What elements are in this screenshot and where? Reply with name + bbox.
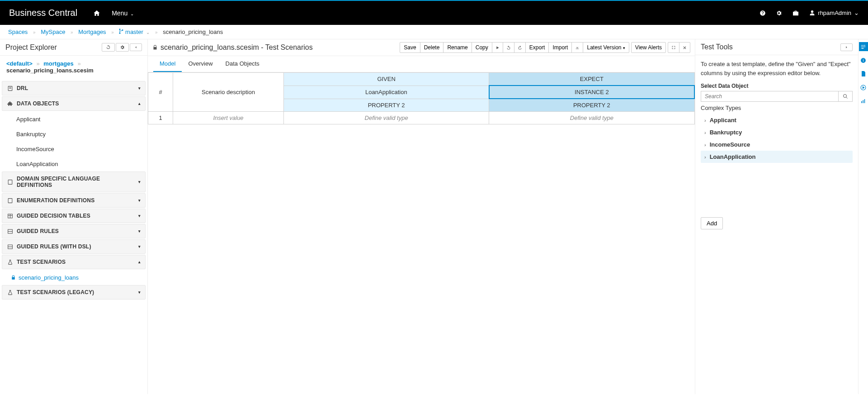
add-button[interactable]: Add	[701, 217, 723, 229]
redo-button[interactable]	[514, 42, 526, 53]
select-data-object-label: Select Data Object	[701, 83, 853, 89]
chevron-right-icon: ›	[704, 142, 706, 148]
explorer-cat-gr[interactable]: GUIDED RULES▾	[2, 224, 146, 238]
type-item[interactable]: ›Bankruptcy	[701, 126, 853, 138]
test-tools-desc: To create a test template, define the "G…	[701, 60, 853, 77]
help-icon[interactable]	[760, 10, 766, 16]
collapse-left-button[interactable]	[130, 43, 142, 51]
search-input[interactable]	[701, 91, 839, 102]
grid-header-expect[interactable]: EXPECT	[489, 73, 694, 86]
breadcrumb-link[interactable]: Spaces	[8, 29, 28, 35]
breadcrumb: Spaces » MySpace » Mortgages » master ⌄ …	[0, 25, 868, 39]
view-alerts-button[interactable]: View Alerts	[631, 42, 666, 53]
refresh-button[interactable]	[102, 43, 115, 52]
close-button[interactable]	[679, 42, 690, 53]
search-button[interactable]	[839, 91, 853, 102]
briefcase-icon[interactable]	[792, 10, 799, 17]
svg-rect-7	[8, 198, 12, 203]
expand-button[interactable]	[668, 42, 679, 53]
breadcrumb-current: scenario_pricing_loans	[163, 29, 223, 35]
puzzle-icon	[7, 100, 13, 107]
grid-instance-expect[interactable]: INSTANCE 2	[489, 86, 694, 99]
grid-header-given[interactable]: GIVEN	[284, 73, 489, 86]
explorer-cat-gdt[interactable]: GUIDED DECISION TABLES▾	[2, 209, 146, 223]
editor-toolbar: Save Delete Rename Copy Export Import La…	[400, 42, 690, 53]
caret-down-icon: ▾	[138, 214, 141, 218]
flask-icon	[7, 289, 13, 295]
download-button[interactable]	[571, 42, 583, 53]
svg-rect-23	[861, 101, 862, 103]
svg-point-1	[119, 33, 121, 34]
grid-instance-given[interactable]: LoanApplication	[284, 86, 489, 99]
undo-button[interactable]	[503, 42, 514, 53]
row-number: 1	[148, 112, 173, 124]
rail-settings-icon[interactable]	[859, 42, 868, 51]
grid-property-expect[interactable]: PROPERTY 2	[489, 99, 694, 112]
data-object-item[interactable]: Bankruptcy	[2, 127, 146, 142]
explorer-cat-drl[interactable]: DRL▾	[2, 81, 146, 95]
rail-file-icon[interactable]	[859, 69, 868, 78]
run-button[interactable]	[492, 42, 503, 53]
type-item[interactable]: ›LoanApplication	[701, 151, 853, 163]
svg-line-16	[846, 97, 848, 99]
collapse-right-button[interactable]	[840, 43, 853, 51]
data-object-item[interactable]: IncomeSource	[2, 142, 146, 157]
editor-tabs: Model Overview Data Objects	[148, 56, 695, 72]
complex-types-label: Complex Types	[701, 105, 853, 111]
latest-version-dropdown[interactable]: Latest Version ▾	[583, 42, 629, 53]
side-rail	[858, 39, 868, 394]
grid-header-desc: Scenario description	[173, 73, 284, 112]
rail-run-icon[interactable]	[859, 83, 868, 92]
export-button[interactable]: Export	[525, 42, 549, 53]
rail-chart-icon[interactable]	[859, 96, 868, 105]
type-item[interactable]: ›IncomeSource	[701, 138, 853, 151]
delete-button[interactable]: Delete	[420, 42, 444, 53]
svg-rect-20	[863, 60, 863, 62]
explorer-cat-ts[interactable]: TEST SCENARIOS▴	[2, 255, 146, 269]
user-icon	[809, 10, 815, 16]
user-menu[interactable]: rhpamAdmin ⌄	[809, 10, 859, 16]
svg-point-18	[862, 48, 863, 48]
save-button[interactable]: Save	[400, 42, 420, 53]
import-button[interactable]: Import	[548, 42, 572, 53]
tab-overview[interactable]: Overview	[182, 56, 219, 72]
tab-data-objects[interactable]: Data Objects	[219, 56, 266, 72]
svg-point-15	[844, 95, 847, 98]
breadcrumb-link[interactable]: Mortgages	[78, 29, 106, 35]
rail-info-icon[interactable]	[859, 56, 868, 65]
caret-down-icon: ▾	[138, 198, 141, 203]
test-scenario-item[interactable]: scenario_pricing_loans	[2, 270, 146, 285]
rename-button[interactable]: Rename	[443, 42, 472, 53]
home-icon[interactable]	[93, 10, 100, 17]
data-object-item[interactable]: LoanApplication	[2, 157, 146, 171]
explorer-cat-dsl[interactable]: DOMAIN SPECIFIC LANGUAGE DEFINITIONS▾	[2, 171, 146, 192]
explorer-path: <default> » mortgages » scenario_pricing…	[0, 56, 147, 78]
cell-expect[interactable]: Define valid type	[489, 112, 694, 124]
cell-desc[interactable]: Insert value	[173, 112, 284, 124]
explorer-cat-data-objects[interactable]: DATA OBJECTS▴	[2, 96, 146, 111]
explorer-cat-enum[interactable]: ENUMERATION DEFINITIONS▾	[2, 193, 146, 208]
explorer-gear-button[interactable]	[116, 43, 129, 52]
copy-button[interactable]: Copy	[472, 42, 492, 53]
cell-given[interactable]: Define valid type	[284, 112, 489, 124]
data-object-item[interactable]: Applicant	[2, 112, 146, 127]
caret-up-icon: ▴	[138, 260, 141, 264]
grid-property-given[interactable]: PROPERTY 2	[284, 99, 489, 112]
breadcrumb-branch[interactable]: master	[125, 29, 143, 35]
gear-icon[interactable]	[776, 10, 782, 16]
svg-rect-25	[864, 99, 865, 103]
breadcrumb-link[interactable]: MySpace	[41, 29, 65, 35]
caret-down-icon: ▾	[138, 229, 141, 233]
tab-model[interactable]: Model	[153, 56, 182, 72]
type-item[interactable]: ›Applicant	[701, 114, 853, 126]
file-icon	[7, 179, 13, 185]
menu-dropdown[interactable]: Menu ⌄	[112, 10, 134, 17]
explorer-cat-tsl[interactable]: TEST SCENARIOS (LEGACY)▾	[2, 285, 146, 300]
path-default[interactable]: <default>	[6, 60, 33, 67]
svg-rect-24	[863, 100, 863, 103]
caret-up-icon: ▴	[138, 101, 141, 106]
chevron-right-icon: ›	[704, 118, 706, 123]
path-project[interactable]: mortgages	[43, 60, 73, 67]
grid-header-num: #	[148, 73, 173, 112]
explorer-cat-grdsl[interactable]: GUIDED RULES (WITH DSL)▾	[2, 239, 146, 254]
